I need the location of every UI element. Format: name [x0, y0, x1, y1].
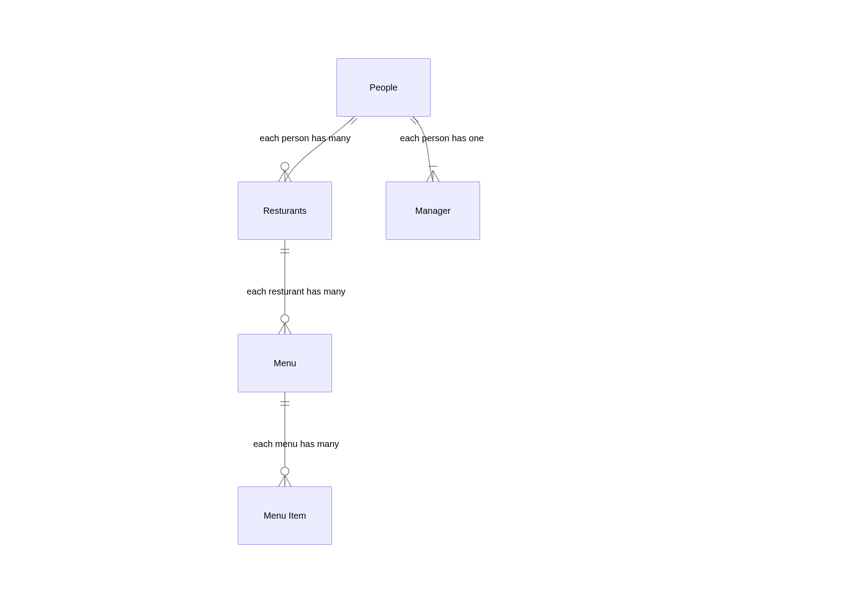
- rel-label-people-manager: each person has one: [400, 133, 484, 143]
- er-diagram-canvas: People Resturants Manager Menu Menu Item…: [0, 0, 856, 616]
- svg-point-14: [281, 315, 289, 323]
- entity-menu: Menu: [238, 334, 332, 392]
- svg-line-17: [285, 323, 291, 334]
- svg-point-2: [281, 162, 289, 170]
- entity-label: Manager: [415, 206, 451, 216]
- notation-zeromany-resturants: [279, 162, 291, 182]
- svg-point-20: [281, 467, 289, 475]
- svg-line-3: [279, 170, 285, 182]
- rel-label-resturants-menu: each resturant has many: [247, 286, 345, 297]
- svg-line-0: [349, 117, 355, 122]
- edge-people-resturants: [285, 117, 354, 182]
- svg-line-9: [427, 170, 433, 182]
- rel-label-menu-menuitem: each menu has many: [253, 439, 339, 449]
- svg-line-11: [433, 170, 439, 182]
- entity-label: Resturants: [263, 206, 307, 216]
- notation-one-people-left: [349, 117, 357, 125]
- notation-zeromany-menuitem: [279, 467, 291, 486]
- edge-people-manager: [413, 117, 433, 182]
- svg-line-5: [285, 170, 291, 182]
- notation-onemany-manager: [427, 166, 439, 182]
- svg-line-1: [351, 119, 357, 125]
- entity-resturants: Resturants: [238, 182, 332, 240]
- notation-zeromany-menu: [279, 315, 291, 334]
- svg-line-6: [413, 117, 419, 122]
- entity-label: People: [370, 82, 397, 93]
- entity-label: Menu: [274, 358, 296, 369]
- rel-label-people-resturants: each person has many: [260, 133, 350, 143]
- svg-line-15: [279, 323, 285, 334]
- notation-one-people-right: [411, 117, 419, 125]
- svg-line-21: [279, 475, 285, 486]
- entity-manager: Manager: [386, 182, 480, 240]
- notation-one-menu: [280, 402, 289, 405]
- entity-people: People: [336, 58, 431, 117]
- notation-one-resturants: [280, 249, 289, 253]
- svg-line-23: [285, 475, 291, 486]
- entity-label: Menu Item: [264, 511, 306, 521]
- entity-menuitem: Menu Item: [238, 486, 332, 545]
- svg-line-7: [411, 119, 416, 125]
